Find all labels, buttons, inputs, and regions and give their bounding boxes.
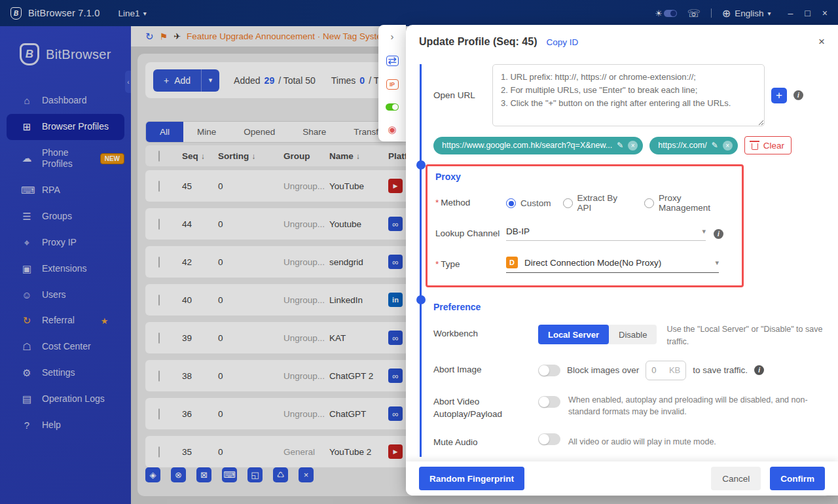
edit-icon[interactable]: ✎ [712, 141, 718, 150]
url-chip[interactable]: https://www.google.com.hk/search?q=X&new… [433, 137, 643, 154]
quick-toggle-icon[interactable] [386, 103, 399, 111]
abort-video-toggle[interactable] [538, 396, 560, 408]
random-fingerprint-button[interactable]: Random Fingerprint [419, 467, 524, 490]
close-icon[interactable]: × [818, 35, 825, 48]
abort-video-row: Abort Video Autoplay/Payload When enable… [433, 393, 825, 421]
modal-title: Update Profile (Seq: 45) [419, 36, 537, 48]
info-icon[interactable]: i [754, 365, 764, 375]
mute-audio-hint: All video or audio will play in mute mod… [568, 436, 825, 448]
proxy-type-row: *Type D Direct Connection Mode(No Proxy)… [435, 257, 734, 273]
modal-body: Open URL + i https://www.google.com.hk/s… [406, 59, 838, 461]
proxy-method-row: *Method Custom Extract By API Proxy M [435, 193, 734, 213]
lookup-channel-select[interactable]: DB-IP ▾ [506, 226, 706, 241]
remove-url-icon[interactable]: × [723, 141, 733, 151]
edit-icon[interactable]: ✎ [617, 141, 623, 150]
radio-icon [563, 198, 573, 208]
cancel-button[interactable]: Cancel [711, 467, 761, 490]
workbench-row: Workbench Local Server Disable Use the "… [433, 325, 825, 348]
update-profile-modal: Update Profile (Seq: 45) Copy ID × Open … [406, 25, 838, 495]
mute-audio-row: Mute Audio All video or audio will play … [433, 433, 825, 449]
ip-lookup-icon[interactable]: IP [386, 79, 399, 90]
proxy-type-select[interactable]: D Direct Connection Mode(No Proxy) ▾ [506, 257, 719, 273]
preference-heading: Preference [433, 302, 825, 312]
abort-image-row: Abort Image Block images over 0 KB to sa… [433, 361, 825, 380]
collapse-chevron-icon[interactable]: › [391, 31, 394, 42]
open-url-textarea[interactable] [492, 64, 765, 126]
info-icon[interactable]: i [793, 90, 803, 100]
image-size-input[interactable]: 0 KB [646, 361, 686, 380]
timeline-dot-preference [416, 295, 426, 304]
url-chips-row: https://www.google.com.hk/search?q=X&new… [433, 136, 825, 154]
copy-id-link[interactable]: Copy ID [546, 37, 578, 47]
modal-header: Update Profile (Seq: 45) Copy ID × [406, 25, 838, 59]
workbench-local-server-option[interactable]: Local Server [538, 325, 609, 344]
modal-footer: Random Fingerprint Cancel Confirm [406, 461, 838, 495]
url-chip[interactable]: https://x.com/ ✎ × [649, 137, 737, 154]
fingerprint-icon[interactable]: ◉ [388, 124, 396, 135]
app-window: B BitBrowser 7.1.0 Line1 ▾ ☀ ☏ ⊕ English… [0, 0, 838, 504]
info-icon[interactable]: i [714, 229, 723, 239]
remove-url-icon[interactable]: × [628, 141, 638, 151]
chevron-down-icon: ▾ [702, 227, 706, 236]
open-url-label: Open URL [433, 90, 486, 100]
lookup-channel-row: Lookup Channel DB-IP ▾ i [435, 226, 734, 241]
workbench-hint: Use the "Local Server" or "Disable" to s… [666, 323, 825, 348]
confirm-button[interactable]: Confirm [770, 467, 825, 490]
trash-icon [752, 143, 758, 150]
workbench-segmented-control: Local Server Disable [538, 325, 657, 344]
proxy-settings-icon[interactable]: ⇄ [386, 56, 399, 66]
radio-icon [644, 198, 654, 208]
radio-selected-icon [506, 198, 516, 208]
abort-image-toggle[interactable] [538, 365, 560, 376]
mute-audio-toggle[interactable] [538, 433, 560, 445]
radio-proxy-management[interactable]: Proxy Management [644, 193, 734, 213]
proxy-heading: Proxy [435, 171, 734, 182]
clear-urls-button[interactable]: Clear [744, 136, 792, 154]
radio-extract-by-api[interactable]: Extract By API [563, 193, 633, 213]
abort-video-hint: When enabled, autoplay and preloading wi… [568, 394, 825, 419]
timeline-dot-proxy [416, 160, 426, 170]
quick-toolbar: › ⇄ IP ◉ [378, 25, 406, 141]
workbench-disable-option[interactable]: Disable [609, 325, 657, 344]
direct-mode-icon: D [506, 257, 518, 268]
proxy-section-highlighted: Proxy *Method Custom Extract By API [426, 164, 744, 287]
add-url-button[interactable]: + [771, 88, 787, 103]
radio-custom[interactable]: Custom [506, 198, 551, 208]
open-url-row: Open URL + i [433, 64, 825, 126]
chevron-down-icon: ▾ [715, 259, 719, 267]
